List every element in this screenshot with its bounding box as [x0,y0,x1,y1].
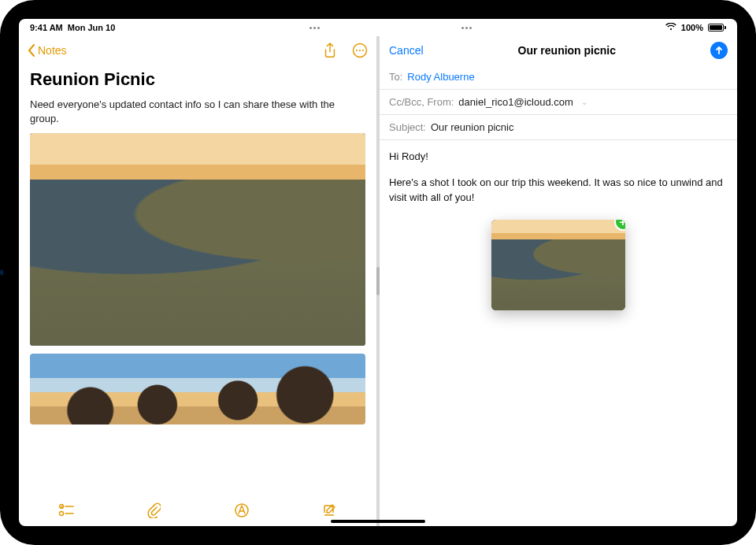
attachment-icon [146,502,161,518]
status-time: 9:41 AM [30,23,63,32]
subject-label: Subject: [389,121,426,133]
note-content-area[interactable]: Reunion Picnic Need everyone's updated c… [19,65,376,495]
notes-back-button[interactable]: Notes [27,44,67,57]
chevron-left-icon [27,44,36,57]
to-label: To: [389,71,402,83]
battery-percent: 100% [681,23,703,32]
status-date: Mon Jun 10 [68,23,116,32]
note-photo-1[interactable] [30,133,365,346]
compose-icon [321,502,337,518]
svg-point-3 [362,50,364,51]
mail-title: Our reunion picnic [518,44,616,57]
notes-bottom-toolbar [19,495,376,526]
mail-topbar: Cancel Our reunion picnic [380,36,737,65]
markup-icon [234,502,250,518]
mail-greeting: Hi Rody! [389,150,728,165]
home-indicator[interactable] [331,520,425,523]
send-icon [714,46,724,55]
mail-paragraph: Here's a shot I took on our trip this we… [389,176,728,206]
add-icon: + [614,220,625,231]
cancel-button[interactable]: Cancel [389,44,424,57]
notes-app-pane: Notes Reunion Picnic Need everyone's upd… [19,36,376,526]
svg-point-1 [356,50,358,51]
share-button[interactable] [321,42,339,59]
status-bar: 9:41 AM Mon Jun 10 100% [19,19,737,36]
note-title: Reunion Picnic [30,69,365,90]
ipad-device-frame: 9:41 AM Mon Jun 10 100% [0,0,756,545]
from-value: daniel_rico1@icloud.com [458,96,573,108]
subject-field[interactable]: Subject: Our reunion picnic [380,115,737,140]
svg-point-6 [59,512,63,516]
note-photo-2[interactable] [30,354,365,425]
wifi-icon [665,23,676,32]
to-field[interactable]: To: Rody Albuerne [380,65,737,90]
mail-header-fields: To: Rody Albuerne Cc/Bcc, From: daniel_r… [380,65,737,140]
compose-button[interactable] [321,502,338,519]
mail-compose-pane: Cancel Our reunion picnic To: Rody Albue… [380,36,737,526]
dragged-photo-thumbnail[interactable]: + [491,220,625,310]
checklist-icon [58,503,74,517]
to-value: Rody Albuerne [407,71,474,83]
more-icon [352,43,368,58]
svg-point-2 [359,50,361,51]
subject-value: Our reunion picnic [431,121,514,133]
more-button[interactable] [351,42,369,59]
note-body-text: Need everyone's updated contact info so … [30,98,365,125]
cc-from-label: Cc/Bcc, From: [389,96,454,108]
multitask-dots-right[interactable] [461,27,472,29]
side-indicator [0,270,3,275]
send-button[interactable] [710,42,728,59]
share-icon [323,43,337,58]
chevron-down-icon: ⌄ [581,98,587,106]
attachment-button[interactable] [145,502,162,519]
notes-back-label: Notes [38,44,67,57]
multitask-dots-left[interactable] [309,27,320,29]
drag-drop-container: + [389,220,728,310]
cc-from-field[interactable]: Cc/Bcc, From: daniel_rico1@icloud.com ⌄ [380,90,737,115]
battery-icon [708,24,726,32]
screen: 9:41 AM Mon Jun 10 100% [19,19,737,526]
checklist-button[interactable] [57,502,75,519]
mail-body-area[interactable]: Hi Rody! Here's a shot I took on our tri… [380,140,737,320]
notes-topbar: Notes [19,36,376,65]
markup-button[interactable] [233,502,250,519]
